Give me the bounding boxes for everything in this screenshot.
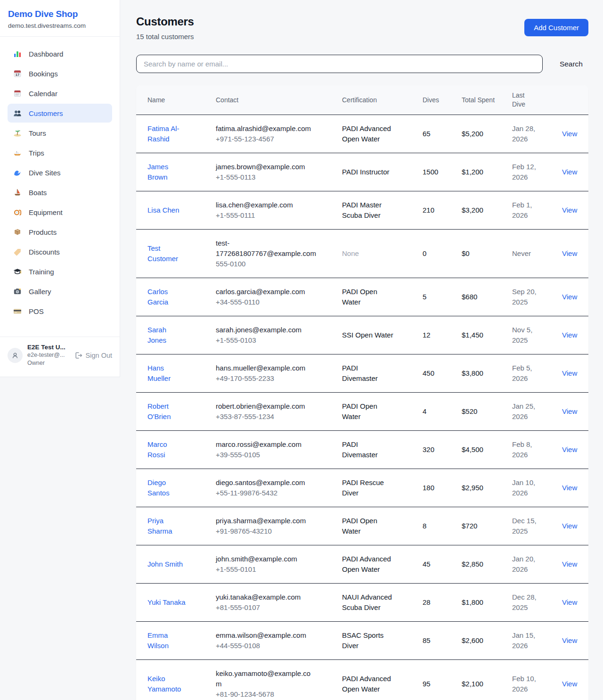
customer-name-link[interactable]: Priya Sharma	[147, 517, 172, 535]
add-customer-button[interactable]: Add Customer	[524, 19, 588, 36]
sign-out-label: Sign Out	[86, 352, 112, 359]
sidebar-item-calendar[interactable]: Calendar	[8, 84, 112, 103]
customer-name-link[interactable]: Test Customer	[147, 244, 178, 263]
last-dive-date: Feb 10, 2026	[512, 675, 536, 693]
customer-phone: +49-170-555-2233	[216, 373, 316, 384]
view-link[interactable]: View	[562, 522, 577, 530]
last-dive-date: Sep 20, 2025	[512, 288, 537, 306]
sidebar-item-trips[interactable]: Trips	[8, 143, 112, 162]
view-link[interactable]: View	[562, 206, 577, 214]
customer-email: james.brown@example.com	[216, 162, 316, 172]
sidebar-item-discounts[interactable]: Discounts	[8, 242, 112, 261]
sidebar-item-label: Trips	[29, 149, 44, 157]
table-row: Lisa Chenlisa.chen@example.com+1-555-011…	[136, 191, 588, 230]
customer-name-link[interactable]: Fatima Al-Rashid	[147, 124, 179, 143]
customer-name-link[interactable]: Robert O'Brien	[147, 402, 171, 420]
customer-phone: 555-0100	[216, 259, 316, 269]
sidebar-item-pos[interactable]: POS	[8, 302, 112, 321]
sidebar-item-label: POS	[29, 307, 44, 315]
sidebar-item-label: Equipment	[29, 208, 63, 216]
customer-email: diego.santos@example.com	[216, 478, 316, 488]
customer-name-link[interactable]: Lisa Chen	[147, 206, 179, 214]
view-link[interactable]: View	[562, 249, 577, 257]
sidebar-item-tours[interactable]: Tours	[8, 124, 112, 142]
customer-name-link[interactable]: John Smith	[147, 560, 183, 568]
customer-email: hans.mueller@example.com	[216, 363, 316, 373]
main-content: Customers 15 total customers Add Custome…	[120, 0, 603, 700]
certification-value: PADI Open Water	[342, 288, 377, 306]
total-spent: $2,850	[462, 560, 483, 568]
wave-icon	[13, 168, 22, 177]
customer-phone: +81-90-1234-5678	[216, 689, 316, 700]
view-link[interactable]: View	[562, 636, 577, 644]
view-link[interactable]: View	[562, 560, 577, 568]
dive-mask-icon	[13, 208, 22, 216]
customer-name-link[interactable]: Hans Mueller	[147, 364, 171, 382]
customer-name-link[interactable]: Yuki Tanaka	[147, 598, 186, 606]
sidebar-item-label: Products	[29, 228, 57, 236]
total-spent: $1,450	[462, 331, 483, 339]
view-link[interactable]: View	[562, 130, 577, 138]
speedboat-icon	[13, 148, 22, 157]
customer-name-link[interactable]: Marco Rossi	[147, 440, 167, 459]
total-spent: $3,800	[462, 369, 483, 377]
last-dive-date: Dec 28, 2025	[512, 593, 537, 611]
view-link[interactable]: View	[562, 369, 577, 377]
total-spent: $3,200	[462, 206, 483, 214]
search-button[interactable]: Search	[554, 60, 588, 68]
camera-icon	[13, 287, 22, 296]
customer-email: emma.wilson@example.com	[216, 630, 316, 641]
certification-value: PADI Master Scuba Diver	[342, 201, 382, 219]
sign-out-button[interactable]: Sign Out	[74, 351, 112, 360]
dives-count: 1500	[423, 168, 438, 176]
page-header: Customers 15 total customers Add Custome…	[136, 15, 588, 41]
view-link[interactable]: View	[562, 168, 577, 176]
view-link[interactable]: View	[562, 293, 577, 301]
sidebar-item-label: Training	[29, 268, 54, 276]
graduation-cap-icon	[13, 267, 22, 276]
sign-out-icon	[74, 351, 82, 360]
customer-name-link[interactable]: Emma Wilson	[147, 631, 169, 650]
certification-value: PADI Open Water	[342, 517, 377, 535]
view-link[interactable]: View	[562, 445, 577, 453]
customer-phone: +1-555-0113	[216, 172, 316, 182]
column-header: Name	[136, 85, 211, 115]
sidebar-item-equipment[interactable]: Equipment	[8, 203, 112, 222]
customer-name-link[interactable]: Diego Santos	[147, 478, 170, 497]
customer-name-link[interactable]: Sarah Jones	[147, 326, 166, 344]
sidebar-item-customers[interactable]: Customers	[8, 104, 112, 123]
table-row: Priya Sharmapriya.sharma@example.com+91-…	[136, 507, 588, 545]
sidebar-item-training[interactable]: Training	[8, 262, 112, 281]
dives-count: 65	[423, 130, 431, 138]
avatar	[8, 348, 23, 363]
search-input[interactable]	[136, 55, 543, 73]
last-dive-date: Feb 5, 2026	[512, 364, 532, 382]
customer-email: robert.obrien@example.com	[216, 401, 316, 412]
view-link[interactable]: View	[562, 331, 577, 339]
sidebar-item-gallery[interactable]: Gallery	[8, 282, 112, 301]
last-dive-date: Feb 1, 2026	[512, 201, 532, 219]
certification-value: SSI Open Water	[342, 331, 393, 339]
user-role: Owner	[27, 359, 65, 367]
view-link[interactable]: View	[562, 598, 577, 606]
table-row: Sarah Jonessarah.jones@example.com+1-555…	[136, 316, 588, 354]
last-dive-date: Jan 20, 2026	[512, 555, 535, 573]
customer-name-link[interactable]: Keiko Yamamoto	[147, 675, 181, 693]
certification-value: BSAC Sports Diver	[342, 631, 383, 650]
dives-count: 8	[423, 522, 426, 530]
sidebar-item-boats[interactable]: Boats	[8, 183, 112, 202]
user-icon	[11, 351, 19, 360]
customer-name-link[interactable]: James Brown	[147, 163, 168, 181]
view-link[interactable]: View	[562, 407, 577, 415]
certification-value: PADI Advanced Open Water	[342, 555, 391, 573]
customer-name-link[interactable]: Carlos Garcia	[147, 288, 168, 306]
sidebar-item-dive-sites[interactable]: Dive Sites	[8, 163, 112, 182]
total-spent: $2,950	[462, 484, 483, 492]
sidebar-item-dashboard[interactable]: Dashboard	[8, 44, 112, 63]
user-area: E2E Test U... e2e-tester@... Owner Sign …	[0, 337, 120, 377]
view-link[interactable]: View	[562, 484, 577, 492]
sidebar-item-bookings[interactable]: 17Bookings	[8, 64, 112, 83]
sidebar-item-products[interactable]: Products	[8, 222, 112, 241]
last-dive-date: Nov 5, 2025	[512, 326, 532, 344]
view-link[interactable]: View	[562, 680, 577, 688]
